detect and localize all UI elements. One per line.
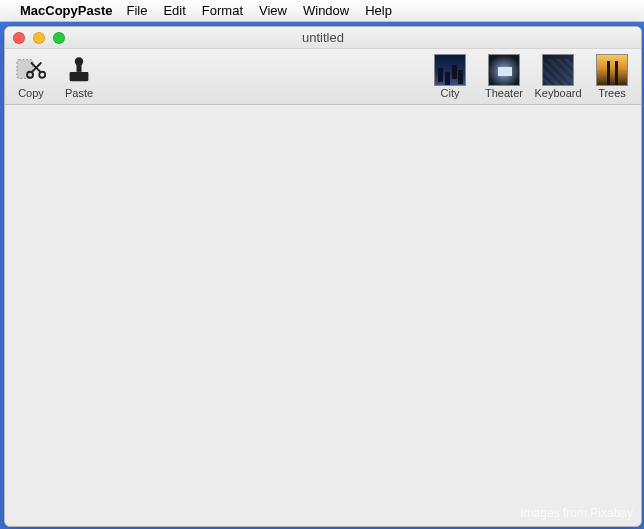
menu-format[interactable]: Format xyxy=(202,3,243,18)
zoom-button[interactable] xyxy=(53,32,65,44)
document-content-area[interactable]: Images from Pixabay xyxy=(5,105,641,526)
keyboard-thumbnail-icon xyxy=(542,54,574,86)
image-credit-text: Images from Pixabay xyxy=(520,506,633,520)
stamp-icon xyxy=(63,54,95,86)
image-city-button[interactable]: City xyxy=(427,54,473,99)
scissors-icon xyxy=(15,54,47,86)
system-menubar: MacCopyPaste File Edit Format View Windo… xyxy=(0,0,644,22)
svg-rect-7 xyxy=(70,72,89,76)
window-title: untitled xyxy=(5,30,641,45)
menu-file[interactable]: File xyxy=(126,3,147,18)
paste-label: Paste xyxy=(65,87,93,99)
image-theater-button[interactable]: Theater xyxy=(481,54,527,99)
menu-window[interactable]: Window xyxy=(303,3,349,18)
minimize-button[interactable] xyxy=(33,32,45,44)
theater-label: Theater xyxy=(485,87,523,99)
app-menu[interactable]: MacCopyPaste xyxy=(20,3,112,18)
paste-button[interactable]: Paste xyxy=(59,54,99,99)
trees-thumbnail-icon xyxy=(596,54,628,86)
city-label: City xyxy=(441,87,460,99)
theater-thumbnail-icon xyxy=(488,54,520,86)
image-trees-button[interactable]: Trees xyxy=(589,54,635,99)
svg-rect-6 xyxy=(76,64,81,72)
toolbar: Copy Paste City xyxy=(5,49,641,105)
keyboard-label: Keyboard xyxy=(534,87,581,99)
close-button[interactable] xyxy=(13,32,25,44)
menu-edit[interactable]: Edit xyxy=(163,3,185,18)
image-keyboard-button[interactable]: Keyboard xyxy=(535,54,581,99)
window-titlebar[interactable]: untitled xyxy=(5,27,641,49)
trees-label: Trees xyxy=(598,87,626,99)
toolbar-left-group: Copy Paste xyxy=(11,54,99,99)
city-thumbnail-icon xyxy=(434,54,466,86)
app-window: untitled Copy xyxy=(4,26,642,527)
svg-point-4 xyxy=(39,72,45,78)
copy-button[interactable]: Copy xyxy=(11,54,51,99)
menu-help[interactable]: Help xyxy=(365,3,392,18)
copy-label: Copy xyxy=(18,87,44,99)
menu-view[interactable]: View xyxy=(259,3,287,18)
svg-rect-0 xyxy=(17,60,33,79)
traffic-lights xyxy=(13,32,65,44)
toolbar-right-group: City Theater Keyboard Trees xyxy=(427,54,635,99)
